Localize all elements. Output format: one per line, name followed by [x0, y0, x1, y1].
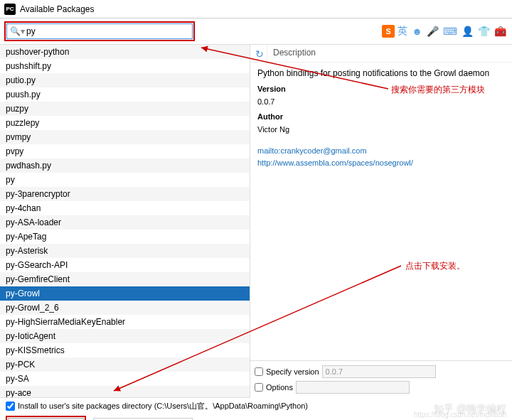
package-item[interactable]: py-Growl	[0, 286, 250, 301]
package-item[interactable]: pushshift.py	[0, 59, 250, 73]
description-text: Python bindings for posting notification…	[257, 67, 505, 80]
package-item[interactable]: putio.py	[0, 73, 250, 87]
content-area: pushover-pythonpushshift.pyputio.pypuush…	[0, 44, 512, 398]
package-item[interactable]: py-SA	[0, 372, 250, 386]
package-item[interactable]: puzpy	[0, 102, 250, 116]
options-label: Options	[266, 383, 293, 392]
version-label: Version	[257, 83, 505, 96]
package-item[interactable]: pwdhash.py	[0, 158, 250, 173]
ime-lang-button[interactable]: 英	[396, 25, 409, 38]
package-item[interactable]: py-ApeTag	[0, 230, 250, 244]
specify-version-checkbox[interactable]	[255, 367, 263, 376]
ime-mic-icon[interactable]: 🎤	[425, 25, 440, 38]
package-list-pane: pushover-pythonpushshift.pyputio.pypuush…	[0, 45, 250, 398]
options-checkbox[interactable]	[255, 383, 263, 392]
reload-button[interactable]: ↻	[252, 46, 267, 62]
ime-toolbar: S 英 ☻ 🎤 ⌨ 👤 👕 🧰	[382, 25, 508, 38]
titlebar: PC Available Packages	[0, 0, 512, 18]
ime-keyboard-icon[interactable]: ⌨	[442, 25, 459, 38]
package-item[interactable]: py-IoticAgent	[0, 329, 250, 343]
specify-version-input[interactable]	[322, 365, 436, 378]
package-item[interactable]: py-ASA-loader	[0, 215, 250, 230]
package-item[interactable]: py-HighSierraMediaKeyEnabler	[0, 315, 250, 329]
package-item[interactable]: py-PCK	[0, 357, 250, 372]
package-item[interactable]: py-KISSmetrics	[0, 343, 250, 357]
install-highlight-box: Install Package	[6, 416, 86, 420]
package-item[interactable]: py-Asterisk	[0, 244, 250, 258]
install-user-checkbox[interactable]	[6, 402, 15, 411]
author-value: Victor Ng	[257, 124, 505, 136]
mailto-link[interactable]: mailto:crankycoder@gmail.com	[257, 145, 505, 158]
detail-header: ↻ Description	[250, 45, 512, 63]
footer: Install to user's site packages director…	[0, 398, 512, 420]
package-item[interactable]: py-GemfireClient	[0, 272, 250, 286]
search-input-wrap[interactable]: 🔍▾	[6, 23, 193, 39]
window-title: Available Packages	[20, 4, 95, 14]
ime-skin-icon[interactable]: 👕	[476, 25, 491, 38]
ime-person-icon[interactable]: 👤	[460, 25, 475, 38]
detail-pane: ↻ Description Python bindings for postin…	[250, 45, 512, 398]
ime-emotion-icon[interactable]: ☻	[410, 25, 424, 38]
install-user-label: Install to user's site packages director…	[18, 401, 308, 411]
description-heading: Description	[267, 45, 321, 62]
specify-version-label: Specify version	[266, 367, 319, 376]
package-list[interactable]: pushover-pythonpushshift.pyputio.pypuush…	[0, 45, 250, 398]
homepage-link[interactable]: http://www.assembla.com/spaces/nosegrowl…	[257, 157, 505, 170]
package-item[interactable]: puzzlepy	[0, 116, 250, 130]
app-icon: PC	[4, 4, 16, 15]
search-input[interactable]	[26, 26, 189, 36]
package-item[interactable]: py-GSearch-API	[0, 258, 250, 272]
ime-toolbox-icon[interactable]: 🧰	[493, 25, 508, 38]
search-highlight-box: 🔍▾	[4, 21, 195, 41]
search-row: 🔍▾ S 英 ☻ 🎤 ⌨ 👤 👕 🧰	[0, 18, 512, 44]
version-value: 0.0.7	[257, 96, 505, 109]
ime-brand-icon[interactable]: S	[382, 25, 395, 38]
package-item[interactable]: pvpy	[0, 144, 250, 158]
package-item[interactable]: py-3parencryptor	[0, 187, 250, 201]
search-icon: 🔍▾	[10, 26, 25, 36]
package-item[interactable]: py-4chan	[0, 201, 250, 215]
options-input[interactable]	[296, 381, 410, 394]
package-item[interactable]: pvmpy	[0, 130, 250, 144]
author-label: Author	[257, 111, 505, 124]
package-item[interactable]: py-ace	[0, 386, 250, 398]
package-item[interactable]: puush.py	[0, 87, 250, 102]
package-item[interactable]: py	[0, 173, 250, 187]
package-item[interactable]: pushover-python	[0, 45, 250, 59]
options-panel: Specify version Options	[250, 360, 512, 398]
package-item[interactable]: py-Growl_2_6	[0, 301, 250, 315]
description-body: Python bindings for posting notification…	[250, 63, 512, 174]
